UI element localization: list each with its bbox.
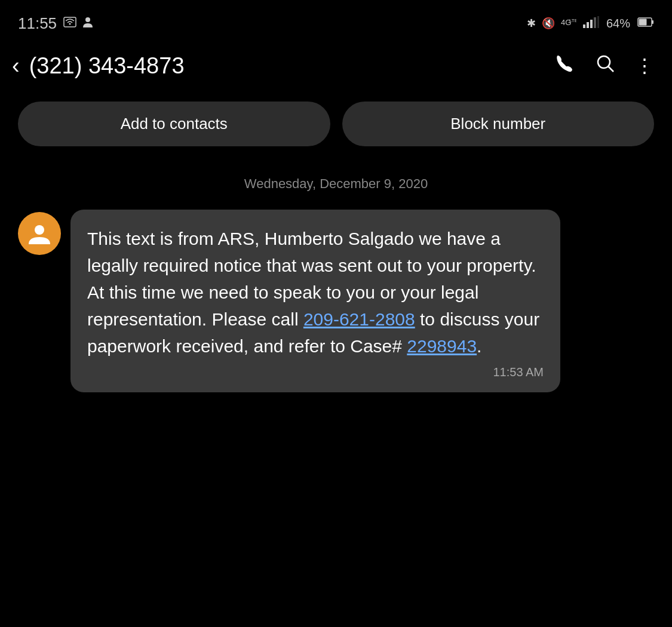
- messages-area: This text is from ARS, Humberto Salgado …: [0, 210, 672, 392]
- message-body-part3: .: [477, 336, 481, 356]
- svg-rect-12: [639, 19, 647, 26]
- avatar: [18, 212, 61, 255]
- data-transfer-icon: 4G LTE: [561, 16, 576, 31]
- back-button[interactable]: ‹: [12, 54, 20, 77]
- toolbar: ‹ (321) 343-4873 ⋮: [0, 42, 672, 96]
- status-right: ✱ 🔇 4G LTE 64%: [527, 16, 654, 31]
- status-icons-right: ✱ 🔇 4G LTE: [527, 16, 599, 31]
- add-to-contacts-button[interactable]: Add to contacts: [18, 102, 330, 146]
- svg-point-15: [35, 225, 44, 235]
- date-separator: Wednesday, December 9, 2020: [0, 176, 672, 192]
- svg-rect-6: [587, 22, 589, 28]
- status-time: 11:55: [18, 14, 57, 33]
- message-link-case[interactable]: 2298943: [407, 336, 477, 356]
- signal-icon: [582, 16, 599, 31]
- svg-point-2: [85, 17, 90, 22]
- status-left: 11:55: [18, 14, 94, 33]
- block-number-button[interactable]: Block number: [342, 102, 655, 146]
- battery-percentage: 64%: [606, 17, 630, 30]
- cast-icon: [82, 16, 94, 32]
- bluetooth-icon: ✱: [527, 17, 536, 30]
- message-bubble: This text is from ARS, Humberto Salgado …: [70, 210, 560, 392]
- status-bar: 11:55 ✱ �: [0, 0, 672, 42]
- battery-icon: [637, 17, 654, 30]
- message-link-phone[interactable]: 209-621-2808: [303, 309, 415, 329]
- svg-rect-9: [597, 16, 599, 28]
- svg-rect-8: [594, 17, 596, 28]
- svg-rect-11: [652, 20, 653, 24]
- wifi-icon: [63, 16, 77, 31]
- svg-line-14: [608, 66, 613, 72]
- search-button[interactable]: [594, 53, 616, 79]
- svg-rect-7: [590, 20, 593, 28]
- contact-number: (321) 343-4873: [29, 53, 554, 79]
- message-time: 11:53 AM: [87, 365, 544, 379]
- message-text: This text is from ARS, Humberto Salgado …: [87, 225, 544, 359]
- status-icons-left: [63, 16, 94, 32]
- more-options-button[interactable]: ⋮: [635, 54, 654, 77]
- call-button[interactable]: [554, 53, 575, 79]
- toolbar-actions: ⋮: [554, 53, 654, 79]
- mute-icon: 🔇: [542, 17, 555, 30]
- svg-point-1: [69, 23, 71, 24]
- action-buttons-row: Add to contacts Block number: [0, 96, 672, 164]
- svg-rect-5: [583, 24, 585, 28]
- svg-text:LTE: LTE: [569, 18, 576, 23]
